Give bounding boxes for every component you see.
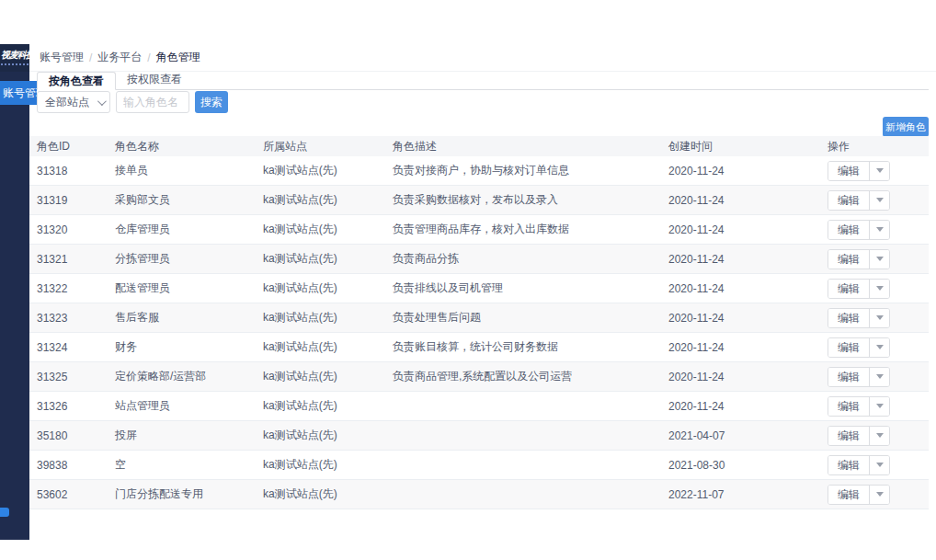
cell-actions: 编辑 [820,396,929,417]
cell-site: ka测试站点(先) [256,310,385,326]
table-row: 31325 定价策略部/运营部 ka测试站点(先) 负责商品管理,系统配置以及公… [29,362,929,392]
edit-button[interactable]: 编辑 [828,456,870,474]
edit-button[interactable]: 编辑 [828,162,870,180]
cell-role-id: 31326 [29,400,108,413]
edit-button[interactable]: 编辑 [828,486,870,504]
cell-created: 2020-11-24 [661,194,820,207]
edit-dropdown-button[interactable] [870,280,889,298]
edit-split-button: 编辑 [828,161,890,181]
cell-actions: 编辑 [820,426,929,446]
edit-dropdown-button[interactable] [870,250,889,269]
edit-dropdown-button[interactable] [870,191,889,210]
edit-button[interactable]: 编辑 [828,280,870,298]
edit-dropdown-button[interactable] [870,456,889,474]
edit-split-button: 编辑 [828,455,890,475]
edit-split-button: 编辑 [828,337,890,358]
edit-button[interactable]: 编辑 [828,191,870,210]
edit-button[interactable]: 编辑 [828,221,870,239]
edit-button[interactable]: 编辑 [828,250,870,269]
cell-site: ka测试站点(先) [256,339,385,355]
cell-desc: 负责商品管理,系统配置以及公司运营 [385,369,661,384]
table-row: 31322 配送管理员 ka测试站点(先) 负责排线以及司机管理 2020-11… [29,274,929,303]
cell-site: ka测试站点(先) [256,486,385,502]
cell-desc: 负责商品分拣 [385,251,661,267]
cell-role-id: 35180 [29,429,108,442]
edit-dropdown-button[interactable] [870,338,889,357]
cell-role-id: 31319 [29,194,108,207]
edit-button[interactable]: 编辑 [828,427,870,445]
logo-tagline [1,63,29,65]
logo-text: 视麦科技 [1,49,29,62]
cell-site: ka测试站点(先) [256,398,385,414]
cell-actions: 编辑 [820,485,929,505]
edit-dropdown-button[interactable] [870,309,889,327]
edit-button[interactable]: 编辑 [828,338,870,357]
column-header-created: 创建时间 [661,139,820,154]
table-row: 31321 分拣管理员 ka测试站点(先) 负责商品分拣 2020-11-24 … [29,245,929,274]
table-row: 31320 仓库管理员 ka测试站点(先) 负责管理商品库存，核对入出库数据 2… [29,215,929,245]
cell-role-name: 接单员 [108,163,256,178]
cell-role-name: 空 [108,457,256,473]
cell-created: 2022-11-07 [661,488,820,501]
sidebar-bottom-tag [0,508,9,517]
breadcrumb-item-roles: 角色管理 [156,50,200,65]
chevron-down-icon [876,345,884,349]
edit-button[interactable]: 编辑 [828,397,870,416]
table-row: 31319 采购部文员 ka测试站点(先) 负责采购数据核对，发布以及录入 20… [29,186,929,215]
column-header-site: 所属站点 [256,139,385,154]
cell-role-id: 31323 [29,312,108,325]
edit-split-button: 编辑 [828,308,890,328]
edit-dropdown-button[interactable] [870,221,889,239]
breadcrumb-separator: / [89,51,92,64]
table-row: 31324 财务 ka测试站点(先) 负责账目核算，统计公司财务数据 2020-… [29,333,929,362]
cell-role-id: 31321 [29,253,108,266]
cell-site: ka测试站点(先) [256,457,385,473]
chevron-down-icon [876,374,884,379]
edit-button[interactable]: 编辑 [828,368,870,386]
edit-dropdown-button[interactable] [870,368,889,386]
sidebar-item-account-management[interactable]: 账号管理 [0,81,37,105]
breadcrumb-item-account[interactable]: 账号管理 [40,50,84,65]
edit-button[interactable]: 编辑 [828,309,870,327]
cell-role-id: 31325 [29,371,108,383]
chevron-down-icon [876,404,884,408]
chevron-down-icon [876,227,884,232]
column-header-role-id: 角色ID [29,139,108,154]
cell-role-name: 门店分拣配送专用 [108,486,256,502]
cell-role-name: 售后客服 [108,310,256,326]
cell-site: ka测试站点(先) [256,192,385,208]
cell-site: ka测试站点(先) [256,369,385,384]
edit-dropdown-button[interactable] [870,486,889,504]
site-select[interactable]: 全部站点 [37,91,110,113]
table-row: 35180 投屏 ka测试站点(先) 2021-04-07 编辑 [29,421,929,451]
roles-table: 角色ID 角色名称 所属站点 角色描述 创建时间 操作 31318 接单员 ka… [29,136,929,509]
cell-actions: 编辑 [820,190,929,211]
cell-created: 2021-04-07 [661,429,820,442]
cell-created: 2020-11-24 [661,253,820,266]
cell-actions: 编辑 [820,220,929,240]
tab-view-by-role[interactable]: 按角色查看 [37,72,116,90]
role-name-input[interactable] [116,91,189,113]
breadcrumb-item-platform[interactable]: 业务平台 [97,50,142,65]
edit-dropdown-button[interactable] [870,427,889,445]
cell-created: 2020-11-24 [661,165,820,177]
cell-created: 2020-11-24 [661,341,820,354]
tab-view-by-permission[interactable]: 按权限查看 [116,71,193,89]
chevron-down-icon [876,286,884,291]
cell-role-id: 39838 [29,459,108,472]
cell-site: ka测试站点(先) [256,251,385,267]
chevron-down-icon [876,463,884,467]
cell-role-name: 仓库管理员 [108,222,256,237]
cell-created: 2020-11-24 [661,312,820,325]
cell-actions: 编辑 [820,337,929,358]
edit-dropdown-button[interactable] [870,397,889,416]
edit-dropdown-button[interactable] [870,162,889,180]
add-role-button[interactable]: 新增角色 [883,117,929,137]
edit-split-button: 编辑 [828,367,890,387]
edit-split-button: 编辑 [828,190,890,211]
cell-site: ka测试站点(先) [256,280,385,296]
cell-actions: 编辑 [820,279,929,299]
table-row: 31318 接单员 ka测试站点(先) 负责对接商户，协助与核对订单信息 202… [29,156,929,186]
search-button[interactable]: 搜索 [195,91,228,113]
cell-actions: 编辑 [820,308,929,328]
